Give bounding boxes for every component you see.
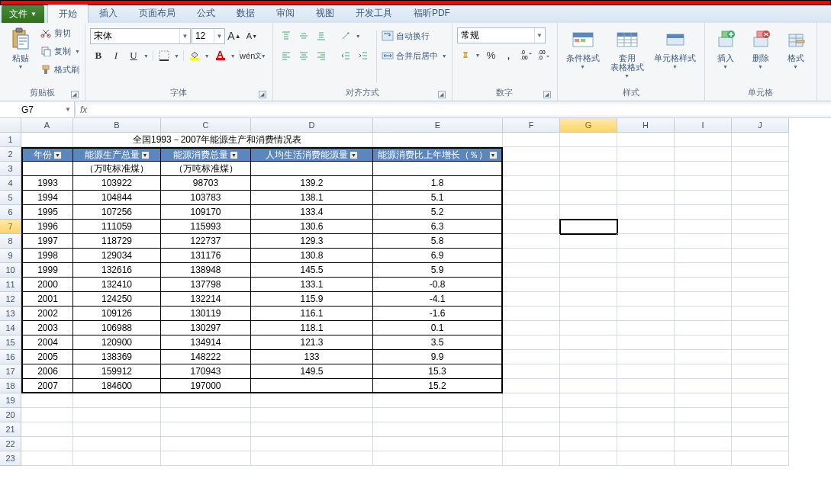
cell[interactable] xyxy=(675,278,732,292)
cell[interactable]: 1996 xyxy=(21,220,73,234)
cell[interactable]: 1998 xyxy=(21,249,73,263)
cell[interactable]: 104844 xyxy=(73,191,161,205)
row-header-20[interactable]: 20 xyxy=(0,408,21,422)
col-header-A[interactable]: A xyxy=(21,118,73,133)
cell[interactable]: 2000 xyxy=(21,278,73,292)
cell[interactable] xyxy=(503,249,560,263)
cell[interactable]: 年份▼ xyxy=(21,147,73,162)
cell[interactable] xyxy=(560,191,617,205)
cell[interactable]: 139.2 xyxy=(251,176,373,191)
cell[interactable] xyxy=(617,162,675,176)
chevron-down-icon[interactable]: ▼ xyxy=(203,53,211,59)
cell[interactable] xyxy=(373,437,503,451)
cell[interactable]: 能源消费总量▼ xyxy=(161,147,251,162)
decrease-decimal-button[interactable]: .00.0 xyxy=(536,47,552,63)
align-right-button[interactable] xyxy=(313,47,330,64)
cell[interactable] xyxy=(732,263,789,278)
cell[interactable] xyxy=(732,133,789,147)
cell[interactable]: 132410 xyxy=(73,278,161,292)
cell[interactable] xyxy=(21,393,73,408)
cell[interactable] xyxy=(503,408,560,422)
tab-开始[interactable]: 开始 xyxy=(47,5,89,23)
wrap-text-button[interactable]: 自动换行 xyxy=(382,27,447,44)
select-all-corner[interactable] xyxy=(0,118,21,133)
cell[interactable] xyxy=(560,278,617,292)
align-bottom-button[interactable] xyxy=(313,27,330,44)
cell[interactable] xyxy=(161,408,251,422)
cell[interactable]: 134914 xyxy=(161,335,251,350)
cell[interactable] xyxy=(732,451,789,466)
cell[interactable] xyxy=(732,307,789,321)
col-header-F[interactable]: F xyxy=(503,118,560,133)
grow-font-button[interactable]: A▲ xyxy=(226,27,243,44)
cell[interactable] xyxy=(161,422,251,437)
cell[interactable]: 3.5 xyxy=(373,335,503,350)
cell[interactable] xyxy=(560,422,617,437)
cell[interactable] xyxy=(503,422,560,437)
phonetic-button[interactable]: wén文▼ xyxy=(243,47,268,64)
tab-file[interactable]: 文件 ▼ xyxy=(2,5,44,23)
cell[interactable]: 9.9 xyxy=(373,350,503,364)
cell[interactable] xyxy=(560,379,617,393)
font-name-combo[interactable]: ▼ xyxy=(90,28,191,44)
cell[interactable] xyxy=(560,162,617,176)
cell[interactable] xyxy=(560,234,617,249)
cell[interactable]: 133.4 xyxy=(251,205,373,220)
cell[interactable] xyxy=(503,234,560,249)
tab-福昕PDF[interactable]: 福昕PDF xyxy=(403,5,461,23)
currency-button[interactable]: ▼ xyxy=(457,47,482,63)
cell[interactable] xyxy=(732,234,789,249)
fx-icon[interactable]: fx xyxy=(80,104,87,115)
merge-center-button[interactable]: 合并后居中▼ xyxy=(382,47,447,64)
dialog-launcher-icon[interactable]: ◢ xyxy=(71,91,79,98)
increase-decimal-button[interactable]: .0.00 xyxy=(518,47,535,63)
cell[interactable] xyxy=(675,249,732,263)
chevron-down-icon[interactable]: ▼ xyxy=(534,28,545,43)
cell[interactable] xyxy=(560,335,617,350)
format-as-table-button[interactable]: 套用 表格格式▼ xyxy=(607,24,648,79)
cell[interactable]: 131176 xyxy=(161,249,251,263)
percent-button[interactable]: % xyxy=(483,47,500,63)
cell[interactable] xyxy=(503,393,560,408)
chevron-down-icon[interactable]: ▼ xyxy=(65,106,71,113)
cell[interactable] xyxy=(617,263,675,278)
cell[interactable] xyxy=(73,408,161,422)
cell[interactable]: 106988 xyxy=(73,321,161,335)
border-button[interactable]: ▼ xyxy=(156,47,181,64)
cell[interactable]: 人均生活消费能源量▼ xyxy=(251,147,373,162)
row-header-13[interactable]: 13 xyxy=(0,307,21,321)
cell[interactable]: 5.1 xyxy=(373,191,503,205)
name-box[interactable]: G7▼ xyxy=(0,101,75,117)
row-header-4[interactable]: 4 xyxy=(0,176,21,191)
cell[interactable] xyxy=(675,307,732,321)
cell[interactable] xyxy=(560,147,617,162)
cell[interactable] xyxy=(675,147,732,162)
font-size-input[interactable] xyxy=(192,30,214,41)
fill-color-button[interactable]: ▼ xyxy=(186,47,211,64)
cell[interactable] xyxy=(560,437,617,451)
cell[interactable] xyxy=(617,393,675,408)
cell[interactable] xyxy=(617,176,675,191)
bold-button[interactable]: B xyxy=(90,47,107,64)
cell[interactable] xyxy=(21,133,73,147)
cell[interactable] xyxy=(617,321,675,335)
shrink-font-button[interactable]: A▼ xyxy=(243,27,260,44)
copy-button[interactable]: 复制▼ xyxy=(40,43,80,59)
cell[interactable] xyxy=(617,350,675,364)
row-header-14[interactable]: 14 xyxy=(0,321,21,335)
cell[interactable]: 118729 xyxy=(73,234,161,249)
cell[interactable] xyxy=(503,205,560,220)
cell[interactable]: （万吨标准煤） xyxy=(161,162,251,176)
cell[interactable] xyxy=(617,307,675,321)
col-header-J[interactable]: J xyxy=(732,118,789,133)
cell[interactable]: 118.1 xyxy=(251,321,373,335)
col-header-E[interactable]: E xyxy=(373,118,503,133)
cell[interactable] xyxy=(21,162,73,176)
cell[interactable]: 129034 xyxy=(73,249,161,263)
col-header-D[interactable]: D xyxy=(251,118,373,133)
cell[interactable] xyxy=(675,451,732,466)
format-cells-button[interactable]: 格式▼ xyxy=(780,24,812,69)
cell[interactable] xyxy=(560,133,617,147)
cell[interactable] xyxy=(732,393,789,408)
cell[interactable] xyxy=(617,249,675,263)
